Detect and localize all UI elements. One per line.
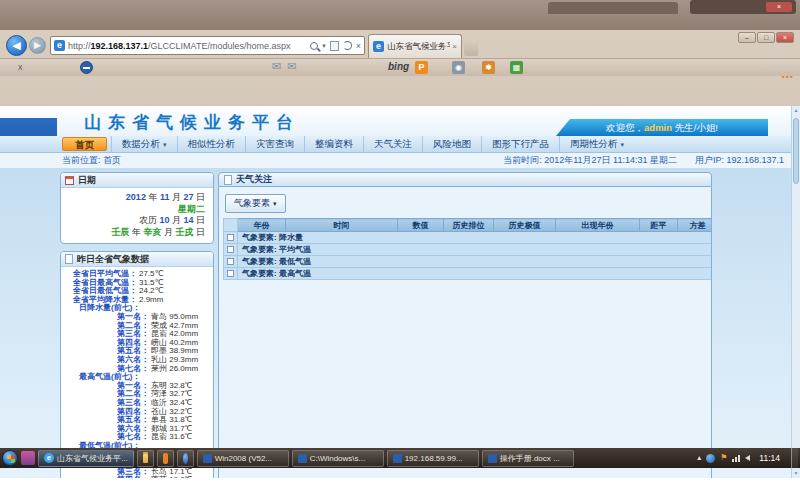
camera-icon[interactable]: ◉ bbox=[452, 61, 465, 74]
nav-item[interactable]: 相似性分析▾ bbox=[177, 136, 246, 152]
url-path: /GLCCLIMATE/modules/home.aspx bbox=[148, 41, 290, 51]
column-header: 时间 bbox=[286, 219, 398, 232]
calendar-panel: 日期 2012 年 11 月 27 日 星期二 农历 10 月 14 日 bbox=[60, 172, 214, 244]
taskbar-task-button[interactable]: Win2008 (V52... bbox=[197, 450, 289, 467]
back-button[interactable]: ◀ bbox=[6, 35, 27, 56]
taskbar-ie-task[interactable]: e 山东省气候业务平... bbox=[38, 450, 134, 467]
stop-icon[interactable]: × bbox=[356, 41, 361, 51]
plugin-grid-icon[interactable]: ▦ bbox=[510, 61, 523, 74]
tmin-rank-line: 第四名：蓬莱 19.0℃ bbox=[65, 476, 209, 478]
nav-item[interactable]: 灾害查询▾ bbox=[245, 136, 304, 152]
table-group-row: 气象要素: 平均气温 bbox=[224, 244, 713, 256]
nav-item[interactable]: 周期性分析▾ bbox=[559, 136, 634, 152]
tray-update-icon[interactable] bbox=[706, 454, 715, 463]
scrollbar-thumb[interactable] bbox=[793, 118, 799, 184]
quick-launch-icon[interactable] bbox=[21, 451, 35, 465]
column-header: 年份 bbox=[238, 219, 286, 232]
page-content: 山东省气候业务平台 欢迎您，admin 先生/小姐! 首页▾ 数据分析▾ 相似性… bbox=[0, 106, 800, 478]
stems-branches: 壬辰 年 辛亥 月 壬戌 日 bbox=[65, 227, 205, 239]
user-ip: 用户IP: 192.168.137.1 bbox=[695, 153, 784, 168]
show-desktop-button[interactable] bbox=[791, 448, 798, 468]
panel-icon bbox=[224, 175, 232, 185]
nav-item[interactable]: 整编资料▾ bbox=[304, 136, 363, 152]
column-header: 距平 bbox=[640, 219, 678, 232]
nav-caret-icon: ▾ bbox=[621, 141, 625, 148]
weather-watch-panel: 天气关注 气象要素▾ 年份 时间 数值 历史排位 bbox=[218, 172, 712, 478]
desktop-background: × bbox=[0, 0, 800, 32]
lunar-date: 农历 10 月 14 日 bbox=[65, 215, 205, 227]
column-header: 历史极值 bbox=[494, 219, 556, 232]
group-checkbox[interactable] bbox=[227, 258, 234, 265]
nav-caret-icon: ▾ bbox=[163, 141, 167, 148]
refresh-icon[interactable] bbox=[343, 41, 352, 50]
nav-item[interactable]: 首页▾ bbox=[62, 137, 107, 151]
bing-logo[interactable]: bing bbox=[388, 61, 409, 72]
task-app-icon bbox=[393, 454, 402, 463]
taskbar-clock[interactable]: 11:14 bbox=[755, 453, 784, 463]
tab-title: 山东省气候业务平... bbox=[387, 41, 450, 53]
taskbar-task-button[interactable]: 192.168.59.99... bbox=[387, 450, 479, 467]
tray-flag-icon[interactable]: ⚑ bbox=[720, 453, 727, 463]
username: admin bbox=[644, 122, 672, 133]
group-checkbox[interactable] bbox=[227, 246, 234, 253]
scroll-up-icon[interactable]: ▲ bbox=[792, 106, 800, 115]
nav-item[interactable]: 图形下行产品▾ bbox=[481, 136, 559, 152]
taskbar-task-button[interactable]: C:\Windows\s... bbox=[292, 450, 384, 467]
taskbar-app-button[interactable] bbox=[157, 450, 174, 467]
page-title: 山东省气候业务平台 bbox=[84, 111, 300, 134]
toolbar-logo-icon[interactable] bbox=[80, 61, 93, 74]
group-label: 气象要素: 最高气温 bbox=[238, 268, 713, 280]
address-bar[interactable]: e http://192.168.137.1/GLCCLIMATE/module… bbox=[50, 36, 365, 55]
forward-button[interactable]: ▶ bbox=[29, 37, 46, 54]
document-icon bbox=[65, 254, 73, 264]
site-favicon: e bbox=[54, 40, 65, 51]
weekday: 星期二 bbox=[65, 204, 205, 216]
url-host: 192.168.137.1 bbox=[91, 41, 149, 51]
taskbar-task-button[interactable]: 操作手册.docx ... bbox=[482, 450, 574, 467]
paw-icon[interactable]: ✱ bbox=[482, 61, 495, 74]
element-selector-button[interactable]: 气象要素▾ bbox=[225, 194, 286, 213]
scroll-down-icon[interactable]: ▼ bbox=[792, 469, 800, 478]
nav-item[interactable]: 天气关注▾ bbox=[363, 136, 422, 152]
weather-panel-title: 昨日全省气象数据 bbox=[77, 253, 149, 266]
sidebar: 日期 2012 年 11 月 27 日 星期二 农历 10 月 14 日 bbox=[60, 172, 214, 478]
show-hidden-icons[interactable]: ▴ bbox=[697, 453, 701, 463]
task-app-icon bbox=[488, 454, 497, 463]
blue-app-icon bbox=[183, 453, 188, 464]
speaker-icon[interactable] bbox=[745, 455, 750, 461]
browser-tab[interactable]: e 山东省气候业务平... × bbox=[368, 34, 462, 58]
calendar-panel-title: 日期 bbox=[78, 174, 96, 187]
browser-navigation-bar: ◀ ▶ e http://192.168.137.1/GLCCLIMATE/mo… bbox=[0, 32, 800, 58]
compatibility-view-icon[interactable] bbox=[330, 41, 339, 51]
group-checkbox[interactable] bbox=[227, 270, 234, 277]
vertical-scrollbar[interactable]: ▲ ▼ bbox=[791, 106, 800, 478]
nav-item[interactable]: 数据分析▾ bbox=[111, 136, 177, 152]
group-checkbox[interactable] bbox=[227, 234, 234, 241]
toolbar-close-button[interactable]: x bbox=[18, 62, 23, 72]
table-group-row: 气象要素: 降水量 bbox=[224, 232, 713, 244]
background-close-button: × bbox=[766, 2, 792, 12]
panel-title: 天气关注 bbox=[236, 173, 272, 186]
search-icon[interactable] bbox=[310, 42, 318, 50]
task-app-icon bbox=[298, 454, 307, 463]
tab-close-icon[interactable]: × bbox=[452, 42, 457, 51]
system-tray: ▴ ⚑ 11:14 bbox=[697, 448, 798, 468]
start-button[interactable] bbox=[2, 450, 18, 466]
calendar-body: 2012 年 11 月 27 日 星期二 农历 10 月 14 日 壬辰 年 bbox=[61, 188, 213, 243]
bing-search-button[interactable]: P bbox=[415, 61, 428, 74]
table-group-row: 气象要素: 最低气温 bbox=[224, 256, 713, 268]
taskbar-explorer-button[interactable] bbox=[137, 450, 154, 467]
taskbar: e 山东省气候业务平... Win2008 (V52... C:\Windows… bbox=[0, 448, 800, 468]
new-tab-button[interactable] bbox=[464, 40, 478, 56]
task-app-icon bbox=[203, 454, 212, 463]
network-icon[interactable] bbox=[732, 455, 740, 462]
dropdown-caret-icon: ▾ bbox=[273, 200, 277, 208]
status-bar: 当前位置: 首页 当前时间: 2012年11月27日 11:14:31 星期二 … bbox=[0, 153, 800, 168]
taskbar-media-button[interactable] bbox=[177, 450, 194, 467]
address-dropdown-icon[interactable]: ▾ bbox=[322, 42, 326, 50]
welcome-banner: 欢迎您，admin 先生/小姐! bbox=[556, 119, 768, 136]
nav-item[interactable]: 风险地图▾ bbox=[422, 136, 481, 152]
group-label: 气象要素: 降水量 bbox=[238, 232, 713, 244]
mail-icons[interactable]: ✉✉ bbox=[272, 60, 302, 73]
table-header-row: 年份 时间 数值 历史排位 历史极值 出现年份 距平 方差 bbox=[224, 219, 713, 232]
